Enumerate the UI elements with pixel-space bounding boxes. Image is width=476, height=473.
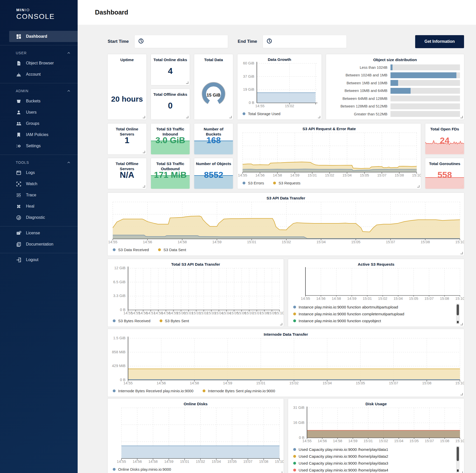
- resize-handle-icon[interactable]: [143, 116, 145, 118]
- x-tick-label: 15:02: [285, 104, 294, 108]
- resize-handle-icon[interactable]: [186, 116, 188, 118]
- distribution-row: Less than 1024B: [328, 64, 460, 70]
- uptime-value: 20 hours: [108, 95, 146, 103]
- sidebar-item-documentation[interactable]: Documentation: [0, 239, 78, 250]
- resize-handle-icon[interactable]: [460, 471, 463, 473]
- start-time-input[interactable]: [147, 35, 225, 48]
- sidebar-item-diagnostic[interactable]: Diagnostic: [0, 212, 78, 223]
- scrollbar-thumb[interactable]: [457, 447, 459, 461]
- chart-plot: [121, 408, 279, 458]
- sidebar-section-tools: TOOLS: [0, 156, 78, 167]
- dashboard-content: Start Time End Time Get Information Upti…: [78, 25, 476, 473]
- distribution-bar-fill: [390, 72, 456, 78]
- gauge-value: 15 GiB: [207, 92, 220, 98]
- sidebar-item-logs[interactable]: Logs: [0, 167, 78, 178]
- sidebar-item-label: IAM Policies: [26, 132, 48, 137]
- y-tick-label: 858 MiB: [112, 350, 125, 354]
- chart-legend-list: Instance play.minio.io:9000 function abo…: [291, 303, 460, 325]
- x-axis-labels: 14:5514:5614:5814:5915:0115:0215:0415:05…: [240, 173, 417, 179]
- legend-scrollbar[interactable]: [456, 304, 459, 324]
- clock-icon[interactable]: [138, 38, 144, 45]
- x-tick-label: 15:07: [425, 439, 434, 443]
- start-time-field[interactable]: [134, 35, 228, 48]
- card-title: Total Offline disks: [151, 89, 190, 97]
- x-tick-label: 15:05: [228, 460, 237, 464]
- sidebar-item-heal[interactable]: Heal: [0, 201, 78, 212]
- chart-legend: Total Storage Used: [240, 110, 317, 118]
- chart-legend: S3 ErrorsS3 Requests: [240, 179, 417, 187]
- sidebar-item-users[interactable]: Users: [0, 107, 78, 118]
- legend-dot: [113, 468, 116, 471]
- resize-handle-icon[interactable]: [318, 116, 320, 118]
- resize-handle-icon[interactable]: [280, 471, 282, 473]
- resize-handle-icon[interactable]: [417, 185, 419, 187]
- y-tick-label: 429 MiB: [112, 364, 125, 368]
- y-tick-label: 12 GiB: [114, 266, 125, 270]
- sidebar-item-groups[interactable]: Groups: [0, 118, 78, 129]
- sidebar: MINIO CONSOLE Dashboard USERObject Brows…: [0, 0, 78, 473]
- x-tick-label: 15:08: [422, 381, 431, 385]
- chart-canvas: [305, 268, 460, 295]
- chevron-up-icon[interactable]: [67, 89, 71, 93]
- y-tick-label: 0 B: [249, 101, 254, 105]
- resize-handle-icon[interactable]: [143, 151, 145, 153]
- chart-card-object-size-distribution: Object size distribution Less than 1024B…: [326, 54, 464, 119]
- legend-dot: [160, 319, 162, 322]
- chevron-up-icon[interactable]: [67, 161, 71, 164]
- sidebar-item-logout[interactable]: Logout: [0, 254, 78, 265]
- x-tick-label: 14:55: [302, 439, 312, 443]
- x-tick-label: 15:05: [360, 173, 369, 177]
- get-information-button[interactable]: Get Information: [415, 35, 464, 48]
- resize-handle-icon[interactable]: [280, 323, 282, 325]
- legend-label: Instance play.minio.io:9000 function cop…: [299, 319, 381, 323]
- distribution-row: Between 1024B and 1MB: [328, 72, 460, 78]
- resize-handle-icon[interactable]: [460, 252, 463, 254]
- legend-label: S3 Bytes Sent: [165, 319, 189, 323]
- sidebar-item-license[interactable]: License: [0, 227, 78, 239]
- sidebar-item-watch[interactable]: Watch: [0, 178, 78, 190]
- sidebar-item-iam-policies[interactable]: IAM Policies: [0, 129, 78, 140]
- chart-canvas: [128, 338, 460, 380]
- x-tick-label: 15:02: [282, 240, 291, 244]
- sidebar-item-label: License: [26, 231, 40, 235]
- sidebar-item-trace[interactable]: Trace: [0, 190, 78, 201]
- resize-handle-icon[interactable]: [460, 116, 463, 118]
- logo-product: CONSOLE: [16, 12, 78, 21]
- y-tick-label: 1.5 GiB: [113, 336, 125, 340]
- resize-handle-icon[interactable]: [186, 82, 188, 84]
- clock-icon[interactable]: [267, 38, 272, 45]
- resize-handle-icon[interactable]: [229, 116, 232, 118]
- inbound-value: 3.0 GiB: [151, 135, 190, 145]
- sidebar-item-dashboard[interactable]: Dashboard: [9, 31, 78, 42]
- sidebar-item-label: Object Browser: [26, 61, 54, 65]
- chart-plot: [128, 268, 279, 310]
- sidebar-item-buckets[interactable]: Buckets: [0, 96, 78, 107]
- legend-label: S3 Bytes Received: [118, 319, 150, 323]
- chevron-up-icon[interactable]: [67, 51, 71, 55]
- legend-scrollbar[interactable]: [456, 446, 459, 472]
- license-icon: [16, 230, 21, 236]
- y-axis-labels: [291, 268, 305, 295]
- sidebar-item-object-browser[interactable]: Object Browser: [0, 58, 78, 69]
- card-title: Total Goroutines: [425, 158, 464, 166]
- y-axis-labels: [240, 133, 243, 172]
- resize-handle-icon[interactable]: [460, 323, 463, 325]
- end-time-field[interactable]: [263, 35, 347, 48]
- user-icon: [16, 110, 21, 115]
- legend-label: Total Storage Used: [248, 112, 281, 116]
- sidebar-item-account[interactable]: Account: [0, 69, 78, 80]
- x-tick-label: 15:01: [256, 381, 265, 385]
- legend-label: S3 Data Received: [118, 248, 149, 252]
- resize-handle-icon[interactable]: [460, 393, 463, 395]
- card-total-online-servers: Total Online Servers 1: [108, 124, 146, 154]
- distribution-label: Greater than 512MB: [328, 112, 390, 116]
- chart-canvas: [121, 408, 279, 458]
- scrollbar-thumb[interactable]: [457, 304, 459, 315]
- distribution-bar-track: [390, 72, 460, 78]
- legend-item: Internode Bytes Sent play.minio.io:9000: [203, 389, 275, 393]
- x-tick-label: 15:08: [440, 296, 449, 301]
- end-time-input[interactable]: [275, 35, 343, 48]
- sidebar-item-settings[interactable]: Settings: [0, 140, 78, 152]
- resize-handle-icon[interactable]: [143, 185, 145, 187]
- x-axis-labels: 14:5514:5614:5814:5915:0115:0215:0415:05…: [110, 460, 279, 466]
